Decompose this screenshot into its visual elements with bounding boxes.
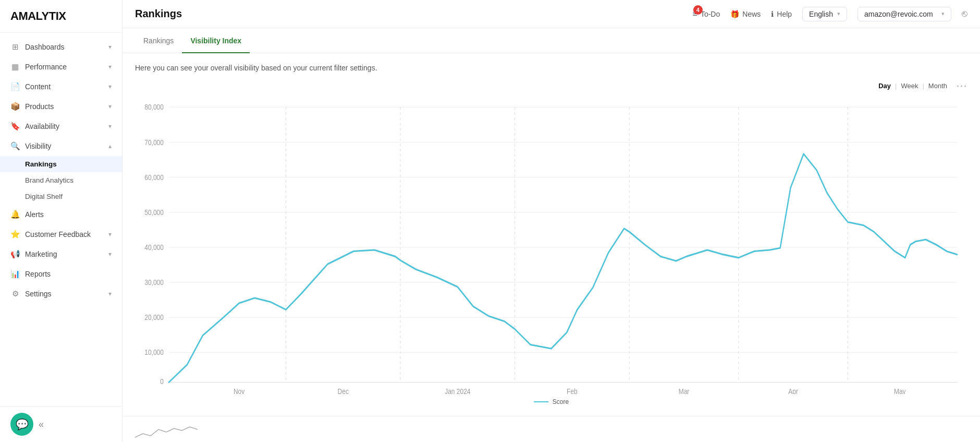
svg-text:Feb: Feb xyxy=(567,387,578,394)
sidebar-item-performance[interactable]: ▦ Performance ▾ xyxy=(0,57,122,77)
sliders-icon: ⚙ xyxy=(10,289,20,298)
sidebar-item-dashboards[interactable]: ⊞ Dashboards ▾ xyxy=(0,37,122,57)
more-options-button[interactable]: ··· xyxy=(957,80,967,91)
sidebar-item-alerts[interactable]: 🔔 Alerts xyxy=(0,205,122,224)
file-text-icon: 📄 xyxy=(10,82,20,91)
info-icon: ℹ xyxy=(771,10,774,18)
logout-button[interactable]: ⎋ xyxy=(962,8,967,19)
megaphone-icon: 📢 xyxy=(10,249,20,259)
sidebar-subitem-brand-analytics[interactable]: Brand Analytics xyxy=(0,172,122,188)
svg-text:50,000: 50,000 xyxy=(144,208,164,217)
chart-description: Here you can see your overall visibility… xyxy=(135,64,967,72)
sidebar-subitem-rankings[interactable]: Rankings xyxy=(0,156,122,172)
sidebar-item-content[interactable]: 📄 Content ▾ xyxy=(0,77,122,97)
mini-chart-svg xyxy=(135,419,198,440)
page-title: Rankings xyxy=(135,8,684,20)
svg-text:60,000: 60,000 xyxy=(144,173,164,182)
chevron-down-icon: ▾ xyxy=(108,123,112,130)
sidebar-item-visibility[interactable]: 🔍 Visibility ▴ xyxy=(0,136,122,156)
bar-chart-icon: ▦ xyxy=(10,62,20,71)
help-label: Help xyxy=(777,10,792,18)
svg-text:May: May xyxy=(894,387,906,394)
chevron-down-icon: ▾ xyxy=(108,103,112,110)
svg-text:0: 0 xyxy=(160,377,164,386)
sidebar-bottom: 💬 « xyxy=(0,406,122,442)
svg-text:Dec: Dec xyxy=(338,387,349,394)
sidebar-label-content: Content xyxy=(25,82,51,91)
sidebar-label-dashboards: Dashboards xyxy=(25,43,65,51)
svg-text:20,000: 20,000 xyxy=(144,313,164,322)
svg-text:70,000: 70,000 xyxy=(144,138,164,147)
mini-chart xyxy=(123,416,980,442)
todo-label: To-Do xyxy=(701,10,720,18)
sidebar-item-availability[interactable]: 🔖 Availability ▾ xyxy=(0,116,122,136)
time-filters: Day | Week | Month xyxy=(875,81,950,91)
visibility-chart: 80,000 70,000 60,000 50,000 40,000 30,00… xyxy=(135,95,967,394)
sidebar-label-visibility: Visibility xyxy=(25,142,51,150)
sidebar-label-performance: Performance xyxy=(25,63,67,71)
tab-rankings[interactable]: Rankings xyxy=(135,28,182,53)
news-button[interactable]: 🎁 News xyxy=(730,10,761,18)
sidebar-item-settings[interactable]: ⚙ Settings ▾ xyxy=(0,284,122,304)
chevron-down-icon: ▾ xyxy=(108,63,112,70)
sidebar-item-marketing[interactable]: 📢 Marketing ▾ xyxy=(0,244,122,264)
svg-text:Apr: Apr xyxy=(788,387,798,394)
chevron-down-icon: ▾ xyxy=(108,250,112,258)
star-icon: ⭐ xyxy=(10,230,20,239)
sidebar-label-reports: Reports xyxy=(25,270,51,278)
package-icon: 📦 xyxy=(10,102,20,111)
collapse-sidebar-button[interactable]: « xyxy=(39,419,44,430)
todo-badge: 4 xyxy=(693,5,703,15)
bookmark-icon: 🔖 xyxy=(10,122,20,131)
filter-week[interactable]: Week xyxy=(898,81,921,91)
gift-icon: 🎁 xyxy=(730,10,739,18)
chevron-down-icon: ▾ xyxy=(941,10,945,17)
news-label: News xyxy=(742,10,761,18)
sidebar-item-customer-feedback[interactable]: ⭐ Customer Feedback ▾ xyxy=(0,224,122,244)
legend-label-score: Score xyxy=(553,398,569,405)
sidebar-subitem-digital-shelf[interactable]: Digital Shelf xyxy=(0,188,122,205)
tab-visibility-index[interactable]: Visibility Index xyxy=(182,28,250,53)
chevron-down-icon: ▾ xyxy=(108,43,112,51)
legend-line-score xyxy=(534,401,548,402)
svg-text:80,000: 80,000 xyxy=(144,103,164,112)
svg-text:30,000: 30,000 xyxy=(144,278,164,287)
filter-month[interactable]: Month xyxy=(925,81,950,91)
chevron-down-icon: ▾ xyxy=(108,290,112,297)
grid-icon: ⊞ xyxy=(10,42,20,52)
todo-button[interactable]: ≡ 4 To-Do xyxy=(693,9,720,19)
account-email: amazon@revoic.com xyxy=(864,10,933,18)
content-area: Rankings Visibility Index Here you can s… xyxy=(123,28,980,442)
bell-icon: 🔔 xyxy=(10,210,20,219)
svg-text:40,000: 40,000 xyxy=(144,243,164,252)
chart-legend: Score xyxy=(135,398,967,405)
sidebar: AMALYTIX ⊞ Dashboards ▾ ▦ Performance ▾ … xyxy=(0,0,123,442)
sidebar-nav: ⊞ Dashboards ▾ ▦ Performance ▾ 📄 Content… xyxy=(0,33,122,406)
sidebar-item-reports[interactable]: 📊 Reports xyxy=(0,264,122,284)
help-button[interactable]: ℹ Help xyxy=(771,10,792,18)
page-header: Rankings ≡ 4 To-Do 🎁 News ℹ Help English… xyxy=(123,0,980,28)
sidebar-label-marketing: Marketing xyxy=(25,250,57,258)
search-icon: 🔍 xyxy=(10,141,20,151)
header-actions: ≡ 4 To-Do 🎁 News ℹ Help English ▾ amazon… xyxy=(693,7,967,21)
chart-controls: Day | Week | Month ··· xyxy=(135,80,967,91)
sidebar-label-settings: Settings xyxy=(25,290,52,298)
app-logo: AMALYTIX xyxy=(0,0,122,33)
filter-day[interactable]: Day xyxy=(875,81,894,91)
chart-area: Here you can see your overall visibility… xyxy=(123,53,980,416)
main-content: Rankings ≡ 4 To-Do 🎁 News ℹ Help English… xyxy=(123,0,980,442)
sidebar-label-availability: Availability xyxy=(25,122,59,130)
chevron-down-icon: ▾ xyxy=(108,83,112,90)
language-selector[interactable]: English ▾ xyxy=(802,7,847,21)
chart-wrapper: 80,000 70,000 60,000 50,000 40,000 30,00… xyxy=(135,95,967,394)
chevron-down-icon: ▾ xyxy=(108,231,112,238)
table-icon: 📊 xyxy=(10,269,20,279)
chevron-down-icon: ▾ xyxy=(837,10,840,17)
account-selector[interactable]: amazon@revoic.com ▾ xyxy=(858,7,951,21)
svg-text:Jan 2024: Jan 2024 xyxy=(445,387,471,394)
language-value: English xyxy=(809,10,833,18)
sidebar-label-customer-feedback: Customer Feedback xyxy=(25,230,91,238)
sidebar-item-products[interactable]: 📦 Products ▾ xyxy=(0,97,122,116)
support-fab[interactable]: 💬 xyxy=(10,413,33,436)
svg-text:10,000: 10,000 xyxy=(144,348,164,357)
